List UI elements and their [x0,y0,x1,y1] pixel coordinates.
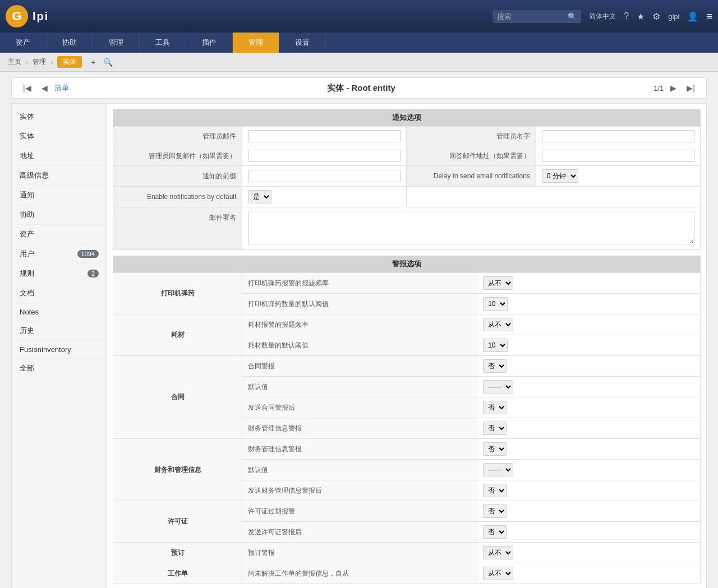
logo-text: lpi [33,10,49,23]
notify-prefix-input[interactable] [248,170,401,182]
breadcrumb-manage[interactable]: 管理 [33,57,46,67]
enable-notify-value: 是 否 [242,187,407,207]
reservation-alert-select[interactable]: 从不 [483,546,513,559]
nav-tools[interactable]: 工具 [140,33,186,53]
list-button[interactable]: 清单 [54,82,69,94]
reply-email-input[interactable] [248,150,401,162]
contract-default-label: 默认值 [242,377,477,397]
last-page-button[interactable]: ▶| [683,82,698,94]
sidebar-item-entity1[interactable]: 实体 [12,107,107,127]
license-expire-select[interactable]: 否 是 [483,504,507,518]
sidebar-item-assets[interactable]: 资产 [12,225,107,244]
header: G lpi 🔍 简体中文 ? ★ ⚙ glpi 👤 ≡ [0,0,718,33]
nav-plugins[interactable]: 插件 [186,33,233,53]
sidebar-item-notifications[interactable]: 通知 [12,186,107,205]
search-box[interactable]: 🔍 [493,10,581,23]
finance-alert-value: 否 是 [477,418,701,439]
printer-freq-select[interactable]: 从不 [483,276,513,290]
email-sig-input[interactable] [248,211,694,244]
breadcrumb-entity[interactable]: 实体 [57,56,82,68]
help-icon[interactable]: ? [624,11,629,21]
contract-default-select[interactable]: ------ [483,380,513,393]
star-icon[interactable]: ★ [637,11,645,22]
contract-alert-label: 合同警报 [242,356,477,377]
sidebar-item-advanced[interactable]: 高级信息 [12,166,107,186]
consumables-threshold-select[interactable]: 10 [483,339,508,352]
user-label[interactable]: glpi [668,12,679,21]
nav-assets[interactable]: 资产 [0,33,47,53]
user-icon[interactable]: 👤 [687,11,698,22]
table-row: 预订 预订警报 从不 [113,543,701,563]
alerts-table: 打印机弹药 打印机弹药报警的报题频率 从不 打印机弹药数量的默认阈值 10 [113,272,701,584]
sidebar-item-fusion[interactable]: Fusioninventory [12,341,107,359]
printer-freq-label: 打印机弹药报警的报题频率 [242,273,477,294]
send-license-value: 否 是 [477,522,701,543]
hamburger-icon[interactable]: ≡ [706,11,712,22]
send-contract-select[interactable]: 否 是 [483,401,507,414]
logo-icon: G [6,5,28,27]
first-page-button[interactable]: |◀ [20,82,35,94]
breadcrumb-home[interactable]: 主页 [8,57,21,67]
workorder-alert-select[interactable]: 从不 [483,567,513,580]
sidebar-item-entity2[interactable]: 实体 [12,127,107,146]
printer-threshold-value: 10 [477,294,701,314]
consumables-freq-select[interactable]: 从不 [483,318,513,331]
sidebar-item-all[interactable]: 全部 [12,359,107,378]
finance-default-value: ------ [477,460,701,480]
answer-email-input[interactable] [542,150,694,162]
lang-selector[interactable]: 简体中文 [589,12,616,21]
send-contract-value: 否 是 [477,397,701,418]
nav-admin[interactable]: 管理 [233,33,279,53]
sidebar-item-address[interactable]: 地址 [12,146,107,166]
breadcrumb: 主页 › 管理 › 实体 + 🔍 [0,53,718,72]
nav-assist[interactable]: 协助 [47,33,93,53]
nav-manage[interactable]: 管理 [93,33,140,53]
table-row: Enable notifications by default 是 否 [113,187,701,207]
add-button[interactable]: + [89,58,98,67]
send-finance-value: 否 是 [477,480,701,501]
delay-label: Delay to send email notifications [407,166,536,187]
delay-select[interactable]: 0 分钟 [542,169,578,183]
send-license-select[interactable]: 否 是 [483,525,507,539]
search-icon[interactable]: 🔍 [568,12,577,21]
finance-default-label: 默认值 [242,460,477,480]
sidebar-item-rules[interactable]: 规则 2 [12,264,107,284]
finance-alert-select[interactable]: 否 是 [483,422,507,435]
email-sig-value [242,207,701,250]
admin-email-input[interactable] [248,130,401,142]
send-finance-select[interactable]: 否 是 [483,484,507,497]
finance-alert2-select[interactable]: 否 是 [483,442,507,456]
table-row: 管理员回复邮件（如果需要） 回答邮件地址（如果需要） [113,146,701,166]
next-page-button[interactable]: ▶ [667,82,680,94]
license-expire-value: 否 是 [477,501,701,522]
search-input[interactable] [497,12,564,21]
sidebar-item-assist[interactable]: 协助 [12,205,107,225]
table-row: 工作单 尚未解决工作单的警报信息，自从 从不 [113,563,701,584]
nav-settings[interactable]: 设置 [279,33,326,53]
admin-email-value [242,127,407,146]
license-expire-label: 许可证过期报警 [242,501,477,522]
sidebar-item-history[interactable]: 历史 [12,321,107,341]
admin-name-input[interactable] [542,130,694,142]
contract-default-value: ------ [477,377,701,397]
send-finance-label: 发送财务管理信息警报后 [242,480,477,501]
table-row: 管理员邮件 管理员名字 [113,127,701,146]
prev-page-button[interactable]: ◀ [38,82,51,94]
logo-area: G lpi [6,5,49,27]
printer-threshold-select[interactable]: 10 [483,297,508,311]
main-container: |◀ ◀ 清单 实体 - Root entity 1/1 ▶ ▶| 实体 实体 … [0,72,718,588]
contract-alert-value: 否 是 [477,356,701,377]
page-nav: |◀ ◀ 清单 实体 - Root entity 1/1 ▶ ▶| [11,77,707,99]
answer-email-label: 回答邮件地址（如果需要） [407,146,536,166]
search-button[interactable]: 🔍 [101,58,115,67]
contract-alert-select[interactable]: 否 是 [483,359,507,373]
sidebar: 实体 实体 地址 高级信息 通知 协助 资产 用户 1094 [12,104,107,588]
sidebar-item-users[interactable]: 用户 1094 [12,244,107,264]
enable-notify-select[interactable]: 是 否 [248,190,271,203]
settings-icon[interactable]: ⚙ [652,11,660,22]
answer-email-value [536,146,700,166]
finance-default-select[interactable]: ------ [483,463,513,476]
reservation-alert-value: 从不 [477,543,701,563]
sidebar-item-docs[interactable]: 文档 [12,284,107,303]
sidebar-item-notes[interactable]: Notes [12,303,107,321]
